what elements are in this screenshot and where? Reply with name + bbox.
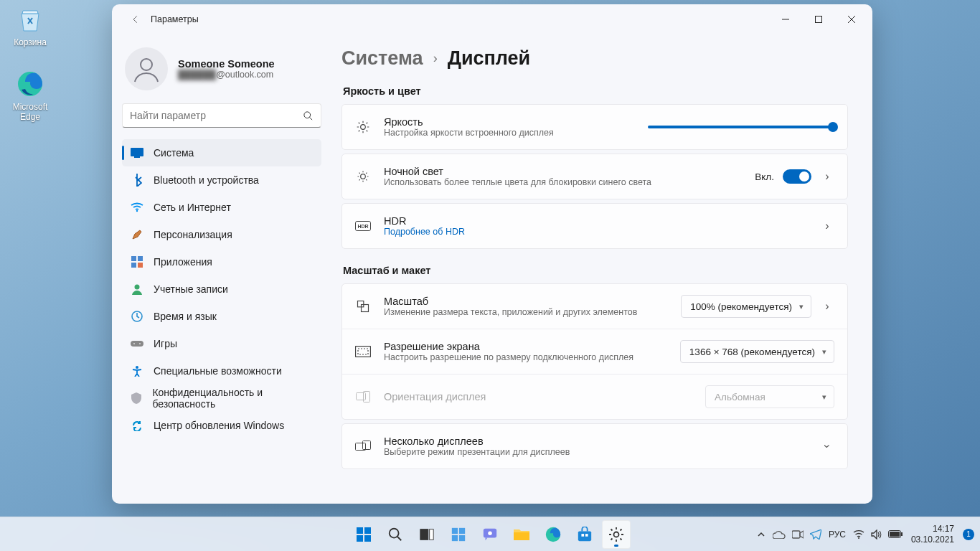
volume-icon bbox=[871, 529, 882, 540]
sidebar-item-apps[interactable]: Приложения bbox=[122, 248, 321, 276]
taskbar-chat[interactable] bbox=[476, 520, 504, 549]
sidebar-item-system[interactable]: Система bbox=[122, 139, 321, 166]
svg-rect-8 bbox=[138, 256, 143, 261]
apps-icon bbox=[131, 255, 143, 268]
display-icon bbox=[131, 146, 143, 159]
row-scale[interactable]: Масштаб Изменение размера текста, прилож… bbox=[342, 284, 847, 329]
hdr-link[interactable]: Подробнее об HDR bbox=[384, 227, 807, 237]
sidebar-item-update[interactable]: Центр обновления Windows bbox=[122, 412, 321, 439]
hdr-icon: HDR bbox=[355, 221, 371, 231]
profile-block[interactable]: Someone Someone ██████@outlook.com bbox=[122, 42, 321, 103]
sidebar-item-label: Приложения bbox=[154, 256, 212, 268]
taskbar-taskview[interactable] bbox=[413, 520, 441, 549]
svg-point-6 bbox=[136, 210, 138, 212]
row-subtitle: Изменение размера текста, приложений и д… bbox=[384, 307, 668, 317]
sidebar-item-label: Время и язык bbox=[154, 311, 217, 322]
taskbar-explorer[interactable] bbox=[507, 520, 536, 549]
sidebar-item-label: Учетные записи bbox=[154, 283, 228, 295]
desktop-icon-label: Microsoft Edge bbox=[13, 102, 48, 122]
row-title: Несколько дисплеев bbox=[384, 435, 807, 447]
tray-overflow[interactable] bbox=[757, 530, 765, 539]
row-title: Ночной свет bbox=[384, 166, 742, 177]
chevron-down-icon: ▾ bbox=[799, 302, 804, 311]
scale-icon bbox=[355, 299, 371, 314]
meet-now-icon[interactable] bbox=[792, 529, 804, 540]
onedrive-icon[interactable] bbox=[773, 530, 786, 539]
minimize-button[interactable] bbox=[769, 8, 802, 31]
maximize-button[interactable] bbox=[802, 8, 835, 31]
chevron-right-icon: › bbox=[433, 51, 438, 66]
clock[interactable]: 14:17 03.10.2021 bbox=[910, 524, 956, 545]
chevron-down-icon: ▾ bbox=[822, 392, 826, 402]
date: 03.10.2021 bbox=[911, 534, 954, 545]
chevron-down-icon[interactable]: › bbox=[821, 439, 834, 453]
chevron-right-icon[interactable]: › bbox=[820, 220, 834, 232]
search-input[interactable] bbox=[130, 110, 303, 121]
svg-rect-52 bbox=[901, 532, 903, 536]
svg-point-2 bbox=[141, 59, 152, 70]
sidebar-item-personalization[interactable]: Персонализация bbox=[122, 221, 321, 248]
svg-rect-1 bbox=[816, 17, 822, 23]
sidebar-item-accessibility[interactable]: Специальные возможности bbox=[122, 357, 321, 385]
taskbar-search[interactable] bbox=[381, 520, 410, 549]
system-tray: РУС 14:17 03.10.2021 1 bbox=[757, 524, 974, 545]
row-hdr[interactable]: HDR HDR Подробнее об HDR › bbox=[342, 204, 847, 248]
svg-rect-5 bbox=[134, 156, 140, 158]
taskbar-edge[interactable] bbox=[539, 520, 567, 549]
svg-rect-51 bbox=[890, 532, 900, 537]
window-title: Параметры bbox=[151, 14, 199, 24]
gamepad-icon bbox=[131, 337, 143, 350]
chevron-right-icon[interactable]: › bbox=[820, 300, 834, 313]
main-content: Система › Дисплей Яркость и цвет Яркость… bbox=[331, 34, 872, 504]
svg-rect-35 bbox=[430, 529, 434, 540]
scale-select[interactable]: 100% (рекомендуется)▾ bbox=[681, 295, 811, 318]
svg-point-11 bbox=[135, 285, 140, 290]
sidebar-item-privacy[interactable]: Конфиденциальность и безопасность bbox=[122, 385, 321, 412]
battery-icon bbox=[888, 530, 903, 538]
taskbar-settings[interactable] bbox=[602, 520, 631, 549]
section-brightness-color: Яркость и цвет bbox=[343, 85, 848, 97]
multi-display-icon bbox=[355, 441, 371, 452]
start-button[interactable] bbox=[349, 520, 378, 549]
svg-rect-29 bbox=[357, 527, 363, 534]
quick-settings[interactable] bbox=[853, 529, 903, 540]
chevron-right-icon[interactable]: › bbox=[820, 170, 834, 183]
breadcrumb-parent[interactable]: Система bbox=[341, 47, 423, 70]
search-box[interactable] bbox=[122, 103, 321, 128]
svg-rect-25 bbox=[357, 393, 366, 400]
row-subtitle: Настроить разрешение по размеру подключе… bbox=[384, 352, 667, 362]
sidebar-item-games[interactable]: Игры bbox=[122, 330, 321, 357]
row-resolution[interactable]: Разрешение экрана Настроить разрешение п… bbox=[342, 329, 847, 374]
sidebar-item-accounts[interactable]: Учетные записи bbox=[122, 276, 321, 303]
sidebar-item-bluetooth[interactable]: Bluetooth и устройства bbox=[122, 166, 321, 194]
chevron-down-icon: ▾ bbox=[822, 347, 826, 357]
svg-point-18 bbox=[361, 174, 366, 179]
row-nightlight[interactable]: Ночной свет Использовать более теплые цв… bbox=[342, 154, 847, 199]
svg-point-3 bbox=[304, 111, 311, 118]
telegram-icon[interactable] bbox=[810, 529, 821, 540]
brush-icon bbox=[131, 228, 143, 241]
taskbar-store[interactable] bbox=[570, 520, 599, 549]
row-brightness[interactable]: Яркость Настройка яркости встроенного ди… bbox=[342, 105, 847, 149]
row-title: Ориентация дисплея bbox=[384, 391, 692, 402]
notification-badge[interactable]: 1 bbox=[963, 529, 974, 540]
language-indicator[interactable]: РУС bbox=[829, 529, 846, 540]
avatar bbox=[125, 47, 168, 90]
brightness-slider[interactable] bbox=[648, 126, 834, 128]
desktop-icon-recycle-bin[interactable]: Корзина bbox=[3, 4, 57, 47]
sidebar-item-time-lang[interactable]: Время и язык bbox=[122, 303, 321, 330]
svg-point-41 bbox=[488, 531, 492, 535]
close-button[interactable] bbox=[835, 8, 868, 31]
svg-rect-36 bbox=[452, 527, 458, 533]
profile-email: ██████@outlook.com bbox=[178, 70, 275, 80]
back-button[interactable] bbox=[125, 9, 146, 30]
update-icon bbox=[131, 419, 143, 432]
nightlight-toggle[interactable] bbox=[783, 169, 811, 184]
multi-display-card: Несколько дисплеев Выберите режим презен… bbox=[341, 423, 848, 469]
sidebar-item-network[interactable]: Сеть и Интернет bbox=[122, 194, 321, 221]
svg-rect-39 bbox=[459, 534, 465, 540]
row-multi-display[interactable]: Несколько дисплеев Выберите режим презен… bbox=[342, 424, 847, 468]
resolution-select[interactable]: 980 × 551 (рекомендуется)▾ bbox=[680, 340, 834, 363]
taskbar-widgets[interactable] bbox=[444, 520, 473, 549]
desktop-icon-edge[interactable]: Microsoft Edge bbox=[3, 69, 57, 122]
